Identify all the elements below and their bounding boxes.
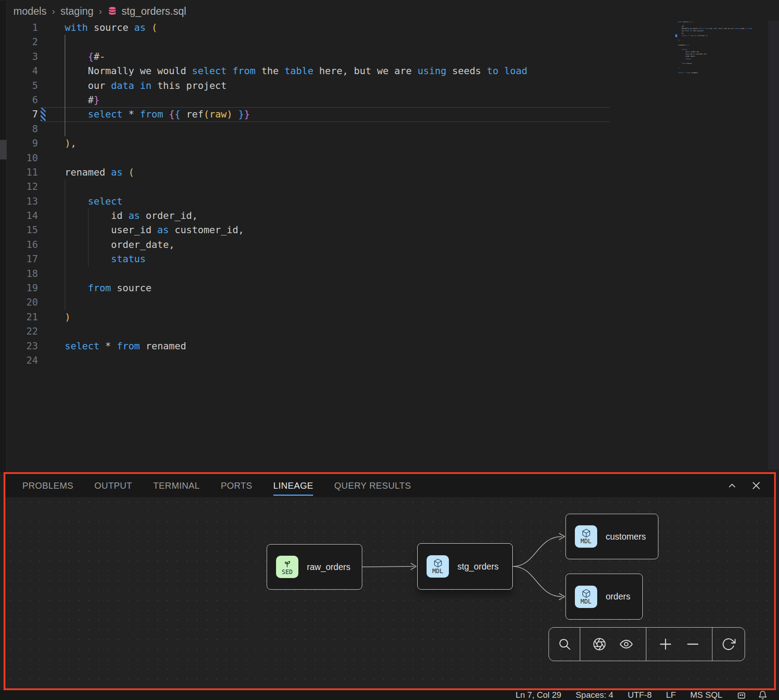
gutter-decoration <box>38 281 65 295</box>
gutter-decoration <box>38 252 65 266</box>
breadcrumb-separator: › <box>52 6 55 17</box>
lineage-node-orders[interactable]: MDLorders <box>565 574 643 620</box>
line-number[interactable]: 7 <box>7 107 38 122</box>
minimap-modified-mark <box>675 34 677 37</box>
gutter-decoration <box>38 209 65 223</box>
refresh-icon[interactable] <box>721 637 736 651</box>
gutter-decoration <box>38 353 65 368</box>
line-number[interactable]: 18 <box>7 267 38 281</box>
breadcrumb-file[interactable]: stg_orders.sql <box>107 5 186 17</box>
tab-label: PROBLEMS <box>22 481 73 490</box>
tab-output[interactable]: OUTPUT <box>94 481 132 491</box>
breadcrumb-item[interactable]: models <box>13 5 46 17</box>
status-item[interactable]: UTF-8 <box>628 690 652 700</box>
line-number[interactable]: 23 <box>7 339 38 353</box>
line-number[interactable]: 1 <box>7 21 38 35</box>
line-number[interactable]: 16 <box>7 238 38 252</box>
badge-label: MDL <box>581 538 591 545</box>
tab-ports[interactable]: PORTS <box>221 481 252 491</box>
line-number[interactable]: 3 <box>7 50 38 64</box>
status-item[interactable]: MS SQL <box>690 690 722 700</box>
gutter-decoration <box>38 64 65 78</box>
line-number[interactable]: 13 <box>7 194 38 209</box>
node-label: customers <box>606 532 646 542</box>
zoom-out-icon[interactable] <box>685 637 700 652</box>
gutter-decoration <box>38 194 65 209</box>
code-text: Normally we would select from the table … <box>65 64 528 78</box>
status-item[interactable]: LF <box>666 690 676 700</box>
activity-bar-strip <box>0 1 7 472</box>
line-number[interactable]: 20 <box>7 295 38 310</box>
tab-lineage[interactable]: LINEAGE <box>273 481 314 491</box>
panel-tab-bar: PROBLEMSOUTPUTTERMINALPORTSLINEAGEQUERY … <box>5 474 774 497</box>
lineage-node-customers[interactable]: MDLcustomers <box>565 514 658 559</box>
line-number[interactable]: 12 <box>7 180 38 194</box>
tab-label: QUERY RESULTS <box>334 481 411 490</box>
bell-icon[interactable] <box>758 690 767 700</box>
tab-label: PORTS <box>221 481 252 490</box>
code-line: 16 order_date, <box>7 238 768 252</box>
code-text: select * from {{ ref(raw) }} <box>65 107 250 122</box>
close-icon[interactable] <box>751 480 762 491</box>
line-number[interactable]: 9 <box>7 136 38 151</box>
code-lines: 1with source as (23 {#-4 Normally we wou… <box>7 21 768 368</box>
line-number[interactable]: 5 <box>7 79 38 93</box>
gutter-decoration <box>38 35 65 49</box>
toolbar-group <box>549 628 580 661</box>
lineage-node-stg_orders[interactable]: MDLstg_orders <box>417 543 513 590</box>
tab-label: LINEAGE <box>273 481 314 490</box>
code-line: 8 <box>7 122 768 136</box>
zoom-in-icon[interactable] <box>658 637 673 652</box>
code-text: id as order_id, <box>65 209 198 223</box>
tab-terminal[interactable]: TERMINAL <box>153 481 200 491</box>
search-icon[interactable] <box>557 637 572 651</box>
tab-problems[interactable]: PROBLEMS <box>22 481 73 491</box>
code-line: 21) <box>7 310 768 324</box>
cube-icon <box>581 528 591 538</box>
line-number[interactable]: 24 <box>7 353 38 368</box>
robot-icon[interactable] <box>737 690 746 700</box>
code-line: 18 <box>7 267 768 281</box>
status-item[interactable]: Spaces: 4 <box>576 690 614 700</box>
line-number[interactable]: 10 <box>7 151 38 165</box>
line-number[interactable]: 22 <box>7 324 38 339</box>
gutter-decoration <box>38 21 65 35</box>
lineage-canvas[interactable]: SEDraw_ordersMDLstg_ordersMDLcustomersMD… <box>5 497 774 688</box>
aperture-icon[interactable] <box>592 637 607 651</box>
cube-badge: MDL <box>575 525 597 548</box>
code-text: {#- <box>65 50 105 64</box>
gutter-decoration <box>38 238 65 252</box>
line-number[interactable]: 11 <box>7 165 38 180</box>
gutter-decoration <box>38 223 65 237</box>
active-tab-underline <box>273 495 314 496</box>
chevron-up-icon[interactable] <box>727 480 737 491</box>
code-line: 12 <box>7 180 768 194</box>
cube-icon <box>433 558 443 568</box>
minimap[interactable]: with source as ( {#- Normally we would s… <box>678 21 757 88</box>
line-number[interactable]: 17 <box>7 252 38 266</box>
eye-icon[interactable] <box>619 637 634 651</box>
tab-query-results[interactable]: QUERY RESULTS <box>334 481 411 491</box>
status-item[interactable]: Ln 7, Col 29 <box>515 690 561 700</box>
gutter-decoration <box>38 79 65 93</box>
line-number[interactable]: 19 <box>7 281 38 295</box>
code-text: select <box>65 194 122 209</box>
cube-badge: MDL <box>427 555 449 578</box>
breadcrumb-item[interactable]: staging <box>60 5 93 17</box>
activity-bar-thumb[interactable] <box>0 140 7 159</box>
status-icons <box>737 690 767 700</box>
line-number[interactable]: 15 <box>7 223 38 237</box>
gutter-decoration <box>38 324 65 339</box>
line-number[interactable]: 14 <box>7 209 38 223</box>
line-number[interactable]: 6 <box>7 93 38 107</box>
line-number[interactable]: 8 <box>7 122 38 136</box>
cube-badge: MDL <box>575 586 597 608</box>
code-line: 7 select * from {{ ref(raw) }} <box>7 107 768 122</box>
code-editor[interactable]: 1with source as (23 {#-4 Normally we wou… <box>7 21 768 368</box>
toolbar-group <box>712 628 745 661</box>
line-number[interactable]: 21 <box>7 310 38 324</box>
line-number[interactable]: 2 <box>7 35 38 49</box>
lineage-node-raw_orders[interactable]: SEDraw_orders <box>267 544 362 590</box>
editor-scrollbar[interactable] <box>768 21 779 469</box>
line-number[interactable]: 4 <box>7 64 38 78</box>
